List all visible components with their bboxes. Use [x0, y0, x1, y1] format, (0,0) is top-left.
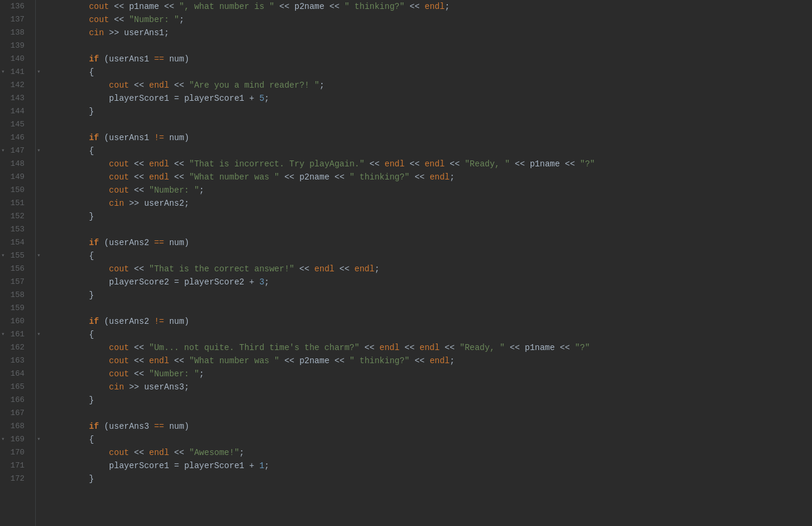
fold-indicator: [36, 289, 44, 302]
fold-indicator[interactable]: ▾: [36, 144, 44, 157]
code-line: cout << endl << "Awesome!";: [44, 446, 812, 459]
code-line: {: [44, 144, 812, 157]
code-line: cout << p1name << ", what number is " <<…: [44, 0, 812, 13]
fold-indicator: [36, 354, 44, 367]
fold-indicator: [36, 394, 44, 407]
code-line: cout << "Number: ";: [44, 13, 812, 26]
line-number: 172: [0, 472, 29, 485]
code-line: }: [44, 394, 812, 407]
code-line: cout << endl << "What number was " << p2…: [44, 354, 812, 367]
line-number: 155: [0, 249, 29, 262]
fold-indicator: [36, 26, 44, 39]
line-number: 164: [0, 367, 29, 380]
line-number: 165: [0, 380, 29, 394]
fold-indicator: [36, 171, 44, 184]
fold-indicator: [36, 52, 44, 66]
code-line: if (userAns1 == num): [44, 52, 812, 66]
fold-indicator: [36, 79, 44, 92]
line-number: 163: [0, 354, 29, 367]
fold-indicator: [36, 367, 44, 380]
fold-indicator: [36, 407, 44, 420]
fold-indicator: [36, 223, 44, 236]
code-line: cin >> userAns3;: [44, 380, 812, 394]
code-line: [44, 223, 812, 236]
fold-indicator[interactable]: ▾: [36, 66, 44, 79]
code-line: cout << endl << "That is incorrect. Try …: [44, 157, 812, 171]
fold-indicator: [36, 131, 44, 144]
line-number: 157: [0, 276, 29, 289]
line-number: 142: [0, 79, 29, 92]
line-number: 147: [0, 144, 29, 157]
line-number: 143: [0, 92, 29, 105]
line-number: 153: [0, 223, 29, 236]
code-line: cin >> userAns2;: [44, 197, 812, 210]
line-number: 156: [0, 262, 29, 276]
line-number: 139: [0, 39, 29, 52]
fold-indicator: [36, 459, 44, 472]
line-number: 136: [0, 0, 29, 13]
line-number: 161: [0, 328, 29, 341]
line-number: 149: [0, 171, 29, 184]
code-line: }: [44, 472, 812, 485]
code-line: [44, 39, 812, 52]
code-line: cin >> userAns1;: [44, 26, 812, 39]
code-line: playerScore1 = playerScore1 + 5;: [44, 92, 812, 105]
code-line: }: [44, 289, 812, 302]
fold-indicator: [36, 472, 44, 485]
line-number: 144: [0, 105, 29, 118]
fold-indicator: [36, 236, 44, 249]
fold-indicator: [36, 341, 44, 354]
fold-indicator[interactable]: ▾: [36, 249, 44, 262]
line-number: 146: [0, 131, 29, 144]
code-line: cout << endl << "What number was " << p2…: [44, 171, 812, 184]
fold-indicator: [36, 420, 44, 433]
code-content[interactable]: cout << p1name << ", what number is " <<…: [44, 0, 812, 526]
line-number: 171: [0, 459, 29, 472]
fold-indicator: [36, 276, 44, 289]
fold-gutter: ▾▾▾▾▾: [36, 0, 44, 526]
fold-indicator: [36, 39, 44, 52]
line-number: 140: [0, 52, 29, 66]
line-number: 170: [0, 446, 29, 459]
line-number: 158: [0, 289, 29, 302]
code-line: {: [44, 433, 812, 446]
line-number: 162: [0, 341, 29, 354]
fold-indicator: [36, 197, 44, 210]
fold-indicator: [36, 210, 44, 223]
line-numbers-gutter: 1361371381391401411421431441451461471481…: [0, 0, 36, 526]
code-line: playerScore1 = playerScore1 + 1;: [44, 459, 812, 472]
code-line: {: [44, 66, 812, 79]
line-number: 148: [0, 157, 29, 171]
code-line: if (userAns2 != num): [44, 315, 812, 328]
code-line: {: [44, 249, 812, 262]
code-line: [44, 302, 812, 315]
line-number: 169: [0, 433, 29, 446]
code-line: playerScore2 = playerScore2 + 3;: [44, 276, 812, 289]
code-line: }: [44, 105, 812, 118]
fold-indicator[interactable]: ▾: [36, 328, 44, 341]
code-line: [44, 118, 812, 131]
code-line: [44, 407, 812, 420]
line-number: 168: [0, 420, 29, 433]
line-number: 151: [0, 197, 29, 210]
fold-indicator: [36, 118, 44, 131]
fold-indicator: [36, 446, 44, 459]
fold-indicator: [36, 157, 44, 171]
code-line: cout << "Number: ";: [44, 367, 812, 380]
code-line: if (userAns3 == num): [44, 420, 812, 433]
line-number: 145: [0, 118, 29, 131]
line-number: 137: [0, 13, 29, 26]
fold-indicator[interactable]: ▾: [36, 433, 44, 446]
line-number: 141: [0, 66, 29, 79]
line-number: 166: [0, 394, 29, 407]
fold-indicator: [36, 315, 44, 328]
code-line: if (userAns1 != num): [44, 131, 812, 144]
code-line: }: [44, 210, 812, 223]
code-editor: 1361371381391401411421431441451461471481…: [0, 0, 812, 526]
line-number: 167: [0, 407, 29, 420]
fold-indicator: [36, 105, 44, 118]
code-line: cout << "Number: ";: [44, 184, 812, 197]
fold-indicator: [36, 92, 44, 105]
code-line: cout << "That is the correct answer!" <<…: [44, 262, 812, 276]
fold-indicator: [36, 13, 44, 26]
